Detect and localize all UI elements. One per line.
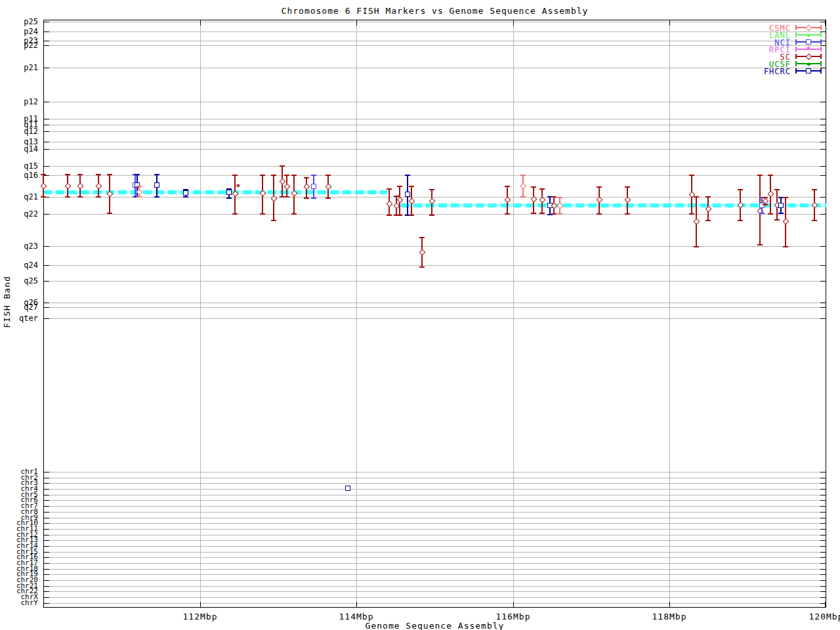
point-sc-34-errorcap-bottom	[551, 213, 556, 215]
chr-chr8-gridline	[44, 512, 826, 513]
band-q14-label: q14	[1, 146, 38, 152]
chr-chr22-gridline	[44, 591, 826, 592]
band-q22-label: q22	[1, 211, 38, 217]
x-gridline-116	[513, 20, 514, 607]
point-csmc-7-errorcap-bottom	[136, 196, 142, 198]
chr-chr20-tick-right	[820, 580, 826, 581]
chr-chr13-tick-left	[44, 540, 49, 541]
point-sc-23-errorcap-top	[394, 196, 399, 197]
chr-chr7-tick-right	[820, 506, 826, 507]
band-q12-label: q12	[1, 128, 38, 135]
point-sc-4-errorcap-bottom	[107, 213, 112, 214]
x-gridline-118	[669, 20, 670, 607]
point-sc-46-errorcap-top	[774, 189, 780, 190]
legend-fhcrc-square-marker	[806, 68, 811, 74]
x-tick-top-114	[356, 20, 357, 26]
band-q14-gridline	[44, 149, 826, 150]
point-sc-26-errorcap-top	[409, 186, 414, 187]
band-q11-tick-right	[820, 125, 826, 125]
point-sc-28-errorcap-top	[429, 189, 434, 190]
point-sc-36-errorcap-bottom	[597, 213, 602, 215]
x-tick-label-112: 112Mbp	[180, 612, 220, 621]
legend-ucsf-plus-marker: +	[807, 62, 811, 66]
band-q23-label: q23	[1, 243, 38, 249]
point-sc-31-errorcap-bottom	[531, 213, 536, 214]
point-sc-17-errorcap-top	[291, 175, 297, 176]
band-q16-tick-right	[820, 175, 826, 176]
point-sc-49-errorcap-bottom	[812, 220, 817, 221]
band-q24-gridline	[44, 265, 826, 266]
chr-chr18-tick-right	[820, 569, 826, 570]
point-sc-13-errorcap-top	[260, 175, 265, 176]
band-q15-tick-right	[820, 166, 826, 167]
chr-chr9-tick-right	[820, 518, 826, 518]
point-sc-11-errorcap-bottom	[232, 213, 238, 215]
band-p11-tick-left	[44, 119, 49, 119]
band-p22-tick-right	[820, 45, 826, 46]
point-sc-40-errorcap-bottom	[705, 220, 711, 221]
point-sc-16-errorcap-top	[284, 175, 289, 176]
chr-chrY-tick-left	[44, 603, 49, 604]
legend-cap-left-lanl	[795, 32, 797, 37]
chr-chr1-tick-left	[44, 472, 49, 472]
point-sc-45-errorcap-top	[768, 175, 773, 176]
band-qter-tick-left	[44, 318, 49, 319]
legend-cap-left-fhcrc	[795, 68, 797, 74]
legend-cap-left-rpci	[795, 47, 797, 52]
x-tick-top-112	[200, 20, 201, 26]
legend-cap-right-ucsf	[820, 61, 822, 66]
band-q27-tick-left	[44, 307, 49, 308]
band-q16-tick-left	[44, 175, 49, 176]
point-fhcrc-10-errorcap-bottom	[226, 198, 232, 199]
point-sc-37-errorcap-top	[625, 186, 630, 188]
x-tick-bottom-120	[825, 602, 826, 607]
chr-chr13-tick-right	[820, 540, 826, 541]
band-p24-label: p24	[1, 28, 38, 35]
x-gridline-114	[356, 20, 357, 607]
point-csmc-7-errorcap-top	[136, 186, 142, 187]
point-fhcrc-25-square-marker	[405, 192, 410, 197]
point-sc-32-errorcap-top	[539, 188, 545, 190]
chr-chr1-gridline	[44, 472, 826, 472]
band-q26-gridline	[44, 303, 826, 303]
chr-chr15-tick-right	[820, 552, 826, 553]
legend-cap-right-lanl	[820, 32, 822, 37]
legend-cap-right-fhcrc	[820, 68, 822, 74]
chr-chrY-gridline	[44, 603, 826, 604]
point-sc-45-errorcap-bottom	[768, 213, 773, 215]
point-sc-48-errorcap-bottom	[783, 246, 788, 247]
band-p24-tick-left	[44, 32, 49, 32]
fish-markers-chart: Chromosome 6 FISH Markers vs Genome Sequ…	[0, 0, 840, 630]
chr-chr18-tick-left	[44, 569, 49, 570]
band-p21-tick-left	[44, 68, 49, 68]
band-p21-label: p21	[1, 64, 38, 71]
band-q25-tick-right	[820, 281, 826, 282]
point-fhcrc-47-errorcap-bottom	[778, 213, 784, 214]
point-sc-18-errorcap-top	[304, 177, 309, 178]
chr-chr19-tick-left	[44, 574, 49, 575]
chr-chr12-gridline	[44, 535, 826, 536]
chart-title: Chromosome 6 FISH Markers vs Genome Sequ…	[43, 6, 826, 16]
point-nci-19-square-marker	[311, 184, 316, 189]
chr-chr14-tick-right	[820, 546, 826, 547]
point-fhcrc-47-square-marker	[778, 203, 784, 208]
band-q12-tick-left	[44, 131, 49, 132]
point-sc-41-errorcap-bottom	[738, 220, 743, 221]
chr-chr16-tick-left	[44, 557, 49, 558]
chr-chr10-tick-right	[820, 523, 826, 524]
chr-chr11-tick-right	[820, 529, 826, 530]
chr-chr4-tick-left	[44, 489, 49, 490]
band-p11-gridline	[44, 119, 826, 119]
chr-chr7-tick-left	[44, 506, 49, 507]
point-fhcrc-8-square-marker	[154, 182, 159, 188]
point-sc-28-errorcap-bottom	[429, 215, 434, 216]
chr-chr15-tick-left	[44, 552, 49, 553]
point-sc-1-errorcap-top	[65, 174, 70, 175]
chr-chr8-tick-right	[820, 512, 826, 513]
chr-chr22-tick-right	[820, 591, 826, 592]
point-csmc-30-errorcap-bottom	[520, 196, 526, 198]
point-fhcrc-10-square-marker	[226, 190, 232, 195]
x-tick-bottom-116	[513, 602, 514, 607]
chr-chr1-tick-right	[820, 472, 826, 472]
band-qter-tick-right	[820, 318, 826, 319]
